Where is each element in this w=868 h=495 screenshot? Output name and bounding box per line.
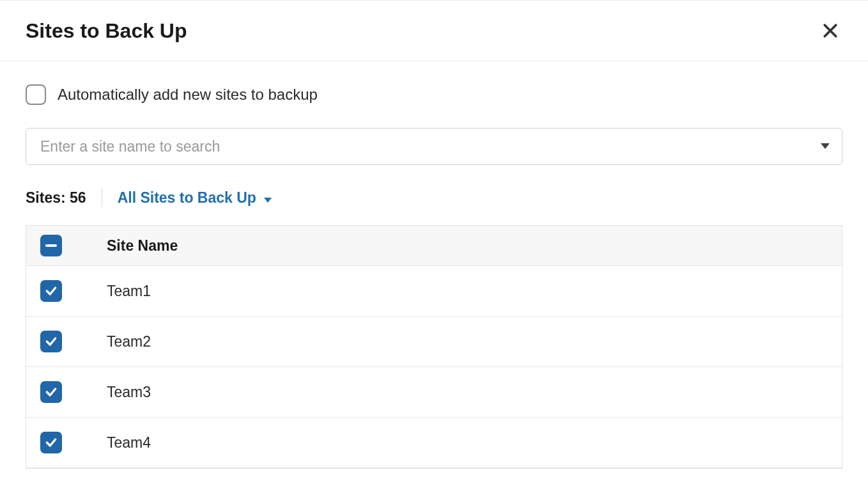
check-icon [45, 436, 58, 449]
check-icon [45, 335, 58, 348]
search-wrapper [26, 128, 842, 165]
modal-header: Sites to Back Up [0, 0, 868, 61]
site-name: Team4 [107, 434, 151, 452]
modal-content: Automatically add new sites to backup Si… [0, 61, 868, 469]
row-checkbox[interactable] [40, 432, 62, 453]
sites-table: Site Name Team1Team2Team3Team4 [26, 225, 842, 469]
column-header-site-name: Site Name [107, 237, 178, 255]
table-header: Site Name [26, 226, 842, 266]
site-name: Team2 [107, 333, 151, 350]
table-row: Team1 [26, 266, 842, 317]
row-checkbox[interactable] [40, 280, 62, 302]
close-button[interactable] [818, 19, 842, 43]
table-row: Team4 [26, 418, 842, 468]
meta-row: Sites: 56 All Sites to Back Up [26, 188, 842, 207]
filter-dropdown-label: All Sites to Back Up [118, 189, 256, 207]
table-row: Team3 [26, 367, 842, 418]
vertical-divider [102, 188, 102, 207]
sites-count-value: 56 [70, 189, 86, 206]
filter-dropdown[interactable]: All Sites to Back Up [118, 189, 272, 207]
check-icon [45, 285, 58, 297]
select-all-checkbox[interactable] [40, 235, 62, 256]
caret-down-icon [264, 189, 272, 207]
sites-count-label: Sites: [26, 189, 66, 206]
search-input[interactable] [26, 128, 842, 165]
site-name: Team3 [107, 384, 151, 401]
sites-backup-modal: Sites to Back Up Automatically add new s… [0, 0, 868, 495]
close-icon [821, 21, 840, 40]
auto-add-checkbox[interactable] [26, 84, 46, 105]
table-body: Team1Team2Team3Team4 [26, 266, 842, 468]
table-row: Team2 [26, 317, 842, 367]
row-checkbox[interactable] [40, 331, 62, 352]
svg-marker-3 [264, 198, 272, 203]
indeterminate-icon [45, 244, 57, 247]
sites-count: Sites: 56 [26, 189, 86, 207]
auto-add-option: Automatically add new sites to backup [26, 84, 842, 105]
row-checkbox[interactable] [40, 381, 62, 403]
check-icon [45, 386, 58, 398]
modal-title: Sites to Back Up [26, 19, 187, 43]
site-name: Team1 [107, 283, 151, 300]
auto-add-label: Automatically add new sites to backup [58, 86, 318, 104]
